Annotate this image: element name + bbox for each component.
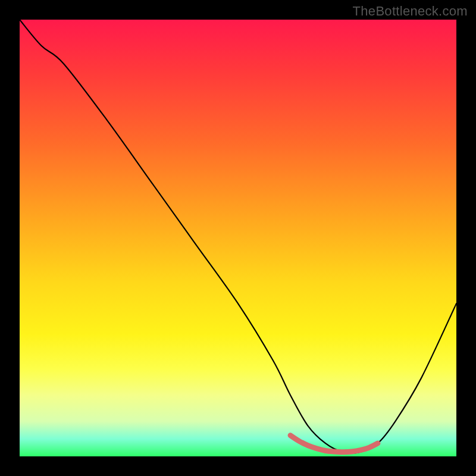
- chart-svg: [20, 20, 456, 456]
- plot-area: [20, 20, 456, 456]
- series-bottleneck-curve: [20, 20, 456, 453]
- series-highlight-band: [290, 436, 378, 452]
- watermark-text: TheBottleneck.com: [353, 4, 468, 19]
- chart-frame: TheBottleneck.com: [0, 0, 476, 476]
